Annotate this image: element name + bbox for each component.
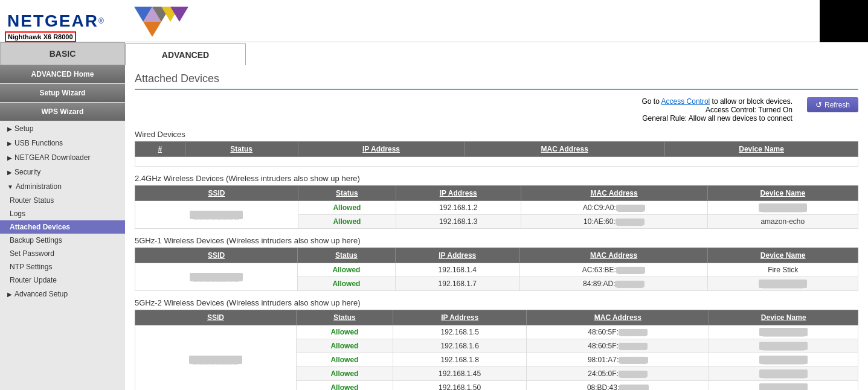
- cell-device-name: amazon-echo: [707, 215, 858, 229]
- sidebar: ADVANCED Home Setup Wizard WPS Wizard ▶ …: [0, 65, 125, 390]
- sidebar-sub-attached-devices[interactable]: Attached Devices: [0, 220, 125, 234]
- sidebar-item-downloader[interactable]: ▶ NETGEAR Downloader: [0, 150, 125, 165]
- cell-mac: 10:AE:60:██████: [521, 215, 707, 229]
- col-device-name[interactable]: Device Name: [707, 186, 858, 201]
- cell-status: Allowed: [296, 339, 393, 353]
- cell-ssid: ████████: [135, 201, 298, 229]
- wired-devices-title: Wired Devices: [135, 130, 858, 139]
- cell-status: Allowed: [298, 263, 396, 277]
- sidebar-item-usb[interactable]: ▶ USB Functions: [0, 136, 125, 150]
- cell-ip: 192.168.1.6: [393, 339, 527, 353]
- main-layout: ADVANCED Home Setup Wizard WPS Wizard ▶ …: [0, 65, 868, 390]
- sidebar-item-label: Administration: [16, 182, 62, 191]
- cell-ip: 192.168.1.50: [393, 381, 527, 391]
- cell-mac: 84:89:AD:██████: [519, 277, 708, 291]
- cell-status: Allowed: [296, 325, 393, 339]
- logo-shape: [116, 4, 188, 39]
- sidebar-sub-router-status[interactable]: Router Status: [0, 194, 125, 207]
- cell-mac: 48:60:5F:██████: [527, 325, 709, 339]
- cell-status: Allowed: [296, 367, 393, 381]
- sidebar-item-label: Setup: [14, 124, 33, 133]
- sidebar-sub-ntp-settings[interactable]: NTP Settings: [0, 260, 125, 273]
- cell-ip: 192.168.1.8: [393, 353, 527, 367]
- cell-device-name: ████████: [708, 277, 858, 291]
- sidebar-item-label: Security: [14, 168, 40, 176]
- cell-ssid: ████████: [135, 325, 297, 391]
- col-ssid[interactable]: SSID: [135, 248, 298, 263]
- cell-status: Allowed: [296, 381, 393, 391]
- arrow-icon: ▶: [7, 169, 12, 176]
- access-control-prefix: Go to: [642, 97, 661, 106]
- arrow-icon: ▶: [7, 126, 12, 132]
- sidebar-item-security[interactable]: ▶ Security: [0, 165, 125, 179]
- col-status[interactable]: Status: [185, 142, 298, 157]
- refresh-icon: ↺: [815, 100, 822, 109]
- logo-text: NETGEAR: [7, 11, 98, 30]
- access-control-bar: Go to Access Control to allow or block d…: [135, 97, 858, 123]
- col-ip[interactable]: IP Address: [298, 142, 465, 157]
- cell-ip: 192.168.1.2: [396, 201, 521, 215]
- col-ip[interactable]: IP Address: [396, 186, 521, 201]
- sidebar-sub-logs[interactable]: Logs: [0, 207, 125, 220]
- page-title: Attached Devices: [135, 72, 858, 90]
- cell-status: Allowed: [298, 201, 396, 215]
- wireless-24ghz-title: 2.4GHz Wireless Devices (Wireless intrud…: [135, 174, 858, 183]
- cell-device-name: ████████: [709, 367, 858, 381]
- arrow-icon: ▶: [7, 140, 12, 147]
- col-mac[interactable]: MAC Address: [519, 248, 708, 263]
- sidebar-item-setup[interactable]: ▶ Setup: [0, 121, 125, 136]
- refresh-button[interactable]: ↺ Refresh: [807, 97, 858, 112]
- col-ip[interactable]: IP Address: [393, 310, 527, 325]
- access-control-link-line: Go to Access Control to allow or block d…: [463, 97, 792, 106]
- black-box-decoration: [820, 0, 868, 42]
- content-area: Attached Devices Go to Access Control to…: [125, 65, 868, 390]
- col-device-name[interactable]: Device Name: [708, 248, 858, 263]
- col-status[interactable]: Status: [296, 310, 393, 325]
- tab-basic[interactable]: BASIC: [0, 42, 125, 65]
- cell-device-name: ████████: [709, 381, 858, 391]
- sidebar-item-advanced-setup[interactable]: ▶ Advanced Setup: [0, 287, 125, 301]
- header: NETGEAR® Nighthawk X6 R8000: [0, 0, 868, 42]
- refresh-label: Refresh: [825, 101, 850, 109]
- col-hash[interactable]: #: [135, 142, 185, 157]
- wired-devices-table: # Status IP Address MAC Address Device N…: [135, 141, 858, 167]
- col-status[interactable]: Status: [298, 248, 396, 263]
- table-row: [135, 157, 858, 167]
- access-control-info: Access Control: Turned On General Rule: …: [463, 106, 792, 123]
- cell-ip: 192.168.1.5: [393, 325, 527, 339]
- col-mac[interactable]: MAC Address: [521, 186, 707, 201]
- col-device-name[interactable]: Device Name: [709, 310, 858, 325]
- sidebar-sub-set-password[interactable]: Set Password: [0, 247, 125, 260]
- cell-status: Allowed: [298, 215, 396, 229]
- cell-mac: 98:01:A7:██████: [527, 353, 709, 367]
- sidebar-item-label: NETGEAR Downloader: [14, 153, 90, 162]
- wireless-24ghz-table: SSID Status IP Address MAC Address Devic…: [135, 185, 858, 229]
- sidebar-setup-wizard[interactable]: Setup Wizard: [0, 84, 125, 102]
- col-device-name[interactable]: Device Name: [665, 142, 858, 157]
- sidebar-wps-wizard[interactable]: WPS Wizard: [0, 103, 125, 121]
- col-ssid[interactable]: SSID: [135, 310, 297, 325]
- table-row: ████████ Allowed 192.168.1.2 A0:C9:A0:██…: [135, 201, 858, 215]
- cell-device-name: ████████: [709, 325, 858, 339]
- sidebar-item-administration[interactable]: ▼ Administration: [0, 179, 125, 194]
- cell-device-name: ████████: [709, 353, 858, 367]
- wireless-5ghz2-table: SSID Status IP Address MAC Address Devic…: [135, 310, 858, 390]
- sidebar-sub-router-update[interactable]: Router Update: [0, 273, 125, 287]
- table-row: ████████ Allowed 192.168.1.4 AC:63:BE:██…: [135, 263, 858, 277]
- access-control-suffix: to allow or block devices.: [710, 97, 792, 106]
- col-ssid[interactable]: SSID: [135, 186, 298, 201]
- col-status[interactable]: Status: [298, 186, 396, 201]
- col-mac[interactable]: MAC Address: [527, 310, 709, 325]
- col-mac[interactable]: MAC Address: [465, 142, 665, 157]
- sidebar-sub-backup-settings[interactable]: Backup Settings: [0, 234, 125, 247]
- wireless-5ghz1-title: 5GHz-1 Wireless Devices (Wireless intrud…: [135, 236, 858, 245]
- cell-ip: 192.168.1.45: [393, 367, 527, 381]
- cell-mac: 48:60:5F:██████: [527, 339, 709, 353]
- tab-advanced[interactable]: ADVANCED: [125, 43, 246, 65]
- cell-mac: AC:63:BE:██████: [519, 263, 708, 277]
- cell-device-name: ████████: [709, 339, 858, 353]
- cell-ip: 192.168.1.7: [395, 277, 519, 291]
- col-ip[interactable]: IP Address: [395, 248, 519, 263]
- access-control-link[interactable]: Access Control: [661, 97, 710, 106]
- sidebar-advanced-home[interactable]: ADVANCED Home: [0, 65, 125, 83]
